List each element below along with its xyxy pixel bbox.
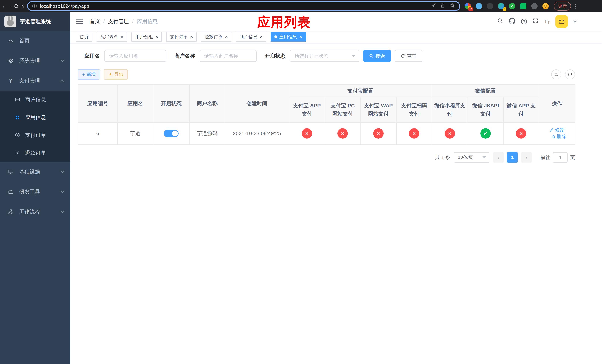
close-icon[interactable]: × [155,35,158,39]
extensions-row: 10 1 ✓ ☺ [465,3,549,9]
toggle-search-button[interactable] [551,69,561,79]
sidebar-item-devtools[interactable]: 研发工具 [0,182,70,202]
extension-icon[interactable]: ✓ [509,3,515,9]
password-key-icon[interactable] [431,3,436,10]
tags-view-bar: 首页 流程表单× 用户分组× 支付订单× 退款订单× 商户信息× 应用信息× [70,31,602,43]
close-icon[interactable]: × [190,35,193,39]
tab-merchant-info[interactable]: 商户信息× [236,32,266,42]
col-actions: 操作 [539,85,575,122]
col-wechat-app: 微信 APP 支付 [503,97,539,122]
col-merchant-name: 商户名称 [189,85,225,122]
export-button[interactable]: 导出 [104,69,128,80]
extension-badge: 1 [503,7,506,11]
chevron-down-icon [61,58,64,62]
page-size-select[interactable]: 10条/页 [454,152,489,162]
sidebar-item-pay-order[interactable]: 支付订单 [0,126,70,144]
chevron-down-icon [352,55,355,57]
credit-card-icon [14,97,21,102]
user-avatar[interactable] [555,15,568,28]
tab-app-info[interactable]: 应用信息× [271,32,306,42]
col-app-name: 应用名 [118,85,153,122]
status-select[interactable]: 请选择开启状态 [290,50,359,62]
reload-icon[interactable] [13,2,19,11]
close-icon[interactable]: × [225,35,228,39]
app-name-input[interactable] [104,50,166,62]
extension-icon[interactable] [520,3,527,9]
tab-home[interactable]: 首页 [76,32,92,42]
caret-down-icon[interactable] [573,19,577,22]
github-icon[interactable] [509,17,516,26]
sidebar-item-system[interactable]: 系统管理 [0,51,70,71]
search-icon[interactable] [497,18,503,25]
sidebar-item-app-info[interactable]: 应用信息 [0,108,70,126]
add-button[interactable]: + 新增 [78,69,100,80]
close-icon[interactable]: × [260,35,262,39]
payment-submenu: 商户信息 应用信息 支付订单 [0,91,70,162]
page-1-button[interactable]: 1 [507,152,517,162]
status-toggle[interactable] [164,130,179,137]
extension-icon[interactable] [487,3,493,9]
tab-pay-order[interactable]: 支付订单× [166,32,197,42]
address-bar[interactable]: ⓘ localhost:1024/pay/app [27,1,460,11]
refresh-button[interactable] [565,69,575,79]
gear-icon [7,58,14,64]
col-app-id: 应用编号 [78,85,118,122]
grid-icon [14,115,21,120]
merchant-name-input[interactable] [200,50,257,62]
extension-icon[interactable]: 1 [498,3,504,9]
app-name-label: 应用名 [85,52,100,59]
top-navbar: 首页 / 支付管理 / 应用信息 应用列表 ? TT [70,12,602,31]
monitor-icon [7,169,14,175]
delete-link[interactable]: 删除 [551,133,566,140]
merchant-name-label: 商户名称 [174,52,195,59]
prev-page-button[interactable]: ‹ [493,152,504,162]
back-icon[interactable]: ← [1,2,7,11]
cell-status [153,122,189,145]
sidebar-logo[interactable]: 芋道管理系统 [0,12,70,31]
chevron-down-icon [61,209,64,213]
close-icon[interactable]: × [300,35,302,39]
font-size-icon[interactable]: TT [544,18,550,25]
search-button[interactable]: 搜索 [363,50,391,62]
extension-icon[interactable] [531,3,538,9]
tab-refund-order[interactable]: 退款订单× [201,32,231,42]
bookmark-star-icon[interactable] [450,3,455,10]
extension-badge: 10 [468,7,473,11]
col-group-alipay: 支付宝配置 [289,85,432,97]
help-icon[interactable]: ? [521,19,527,24]
close-icon[interactable]: × [121,35,123,39]
logo-avatar [4,16,16,27]
breadcrumb: 首页 / 支付管理 / 应用信息 [90,18,158,25]
chevron-down-icon [61,169,64,173]
edit-link[interactable]: 修改 [550,127,564,133]
hamburger-icon[interactable] [76,19,83,24]
breadcrumb-home[interactable]: 首页 [90,18,100,25]
tab-user-group[interactable]: 用户分组× [131,32,162,42]
update-button[interactable]: 更新 [554,2,571,11]
col-wechat-lite: 微信小程序支付 [432,97,468,122]
goto-page-input[interactable] [553,152,568,162]
pagination: 共 1 条 10条/页 ‹ 1 › 前往 页 [78,152,575,162]
document-icon [14,150,21,156]
extension-icon[interactable]: 10 [465,3,471,9]
total-label: 共 1 条 [435,154,450,161]
sidebar-item-workflow[interactable]: 工作流程 [0,202,70,222]
fullscreen-icon[interactable] [533,18,538,25]
sidebar-item-infrastructure[interactable]: 基础设施 [0,162,70,182]
next-page-button[interactable]: › [521,152,532,162]
site-info-icon[interactable]: ⓘ [32,3,37,10]
reset-button[interactable]: 重置 [395,50,422,62]
sidebar-item-refund-order[interactable]: 退款订单 [0,144,70,162]
sidebar-item-payment[interactable]: ¥ 支付管理 [0,71,70,91]
tab-process-form[interactable]: 流程表单× [97,32,127,42]
sidebar-item-home[interactable]: 首页 [0,31,70,51]
browser-profile-avatar[interactable]: ☺ [542,3,549,9]
browser-menu-icon[interactable]: ⋮ [571,3,580,9]
share-icon[interactable] [440,3,445,10]
col-wechat-jsapi: 微信 JSAPI 支付 [468,97,503,122]
sidebar-item-merchant-info[interactable]: 商户信息 [0,91,70,108]
breadcrumb-payment[interactable]: 支付管理 [108,18,129,25]
extension-icon[interactable] [476,3,482,9]
forward-icon[interactable]: → [7,2,13,11]
home-icon[interactable]: ⌂ [19,2,25,11]
